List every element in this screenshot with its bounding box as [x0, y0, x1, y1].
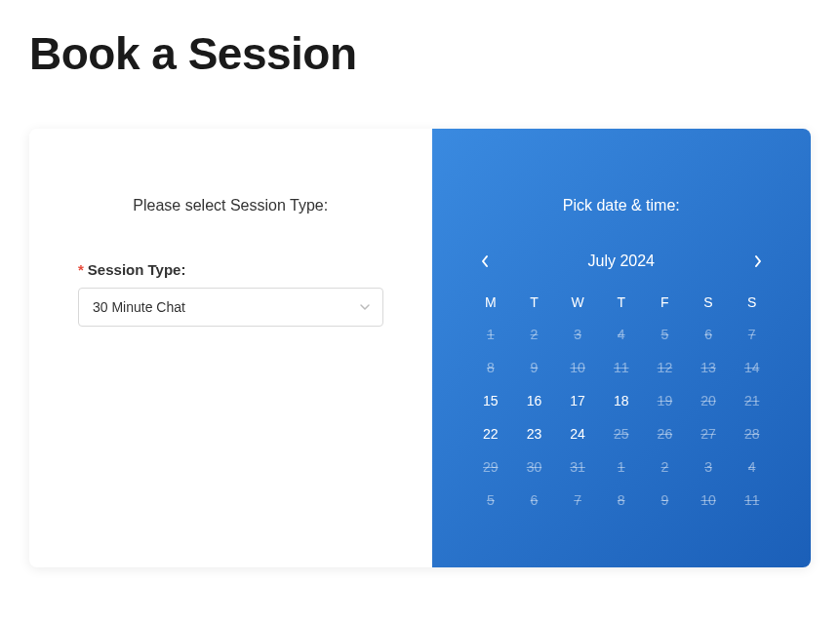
session-type-value: 30 Minute Chat — [93, 299, 185, 315]
calendar-day: 9 — [643, 486, 687, 515]
chevron-right-icon — [753, 254, 763, 268]
calendar-day: 10 — [687, 486, 731, 515]
session-type-label: *Session Type: — [78, 261, 383, 278]
calendar-dow: T — [599, 289, 643, 316]
calendar-day: 3 — [687, 452, 731, 482]
prev-month-button[interactable] — [473, 250, 497, 273]
calendar-day: 9 — [512, 353, 556, 382]
calendar-day: 6 — [512, 486, 556, 515]
calendar-day: 26 — [643, 419, 687, 448]
chevron-left-icon — [480, 254, 490, 268]
page-title: Book a Session — [0, 0, 840, 80]
calendar-dow: S — [687, 289, 731, 316]
calendar-day: 3 — [556, 320, 600, 349]
calendar-day: 8 — [469, 353, 513, 382]
session-type-label-text: Session Type: — [88, 261, 186, 278]
calendar-day: 28 — [730, 419, 774, 448]
calendar-dow: M — [469, 289, 513, 316]
required-marker: * — [78, 261, 84, 278]
calendar-day: 2 — [643, 452, 687, 482]
calendar-day[interactable]: 18 — [599, 386, 643, 415]
calendar-day: 7 — [730, 320, 774, 349]
calendar-day: 8 — [599, 486, 643, 515]
calendar-day: 12 — [643, 353, 687, 382]
next-month-button[interactable] — [746, 250, 770, 273]
calendar-day: 5 — [469, 486, 513, 515]
session-type-select[interactable]: 30 Minute Chat — [78, 288, 383, 327]
calendar-day: 27 — [687, 419, 731, 448]
booking-card: Please select Session Type: *Session Typ… — [29, 129, 811, 567]
calendar-day: 2 — [512, 320, 556, 349]
calendar-day[interactable]: 15 — [469, 386, 513, 415]
calendar-day[interactable]: 22 — [469, 419, 513, 448]
calendar-day: 29 — [469, 452, 513, 482]
calendar-day: 4 — [730, 452, 774, 482]
calendar-dow: S — [730, 289, 774, 316]
calendar-day: 14 — [730, 353, 774, 382]
calendar-day: 30 — [512, 452, 556, 482]
calendar-day: 5 — [643, 320, 687, 349]
calendar-day[interactable]: 16 — [512, 386, 556, 415]
calendar-day: 1 — [469, 320, 513, 349]
session-type-panel: Please select Session Type: *Session Typ… — [29, 129, 432, 567]
calendar-dow: F — [643, 289, 687, 316]
calendar-day[interactable]: 23 — [512, 419, 556, 448]
calendar-day: 13 — [687, 353, 731, 382]
calendar-day: 31 — [556, 452, 600, 482]
calendar-day: 7 — [556, 486, 600, 515]
calendar-day: 20 — [687, 386, 731, 415]
calendar-month-label: July 2024 — [588, 253, 656, 270]
calendar-day: 19 — [643, 386, 687, 415]
calendar-day: 1 — [599, 452, 643, 482]
session-type-field: *Session Type: 30 Minute Chat — [78, 261, 383, 327]
calendar-dow: W — [556, 289, 600, 316]
calendar-day: 6 — [687, 320, 731, 349]
calendar-grid: MTWTFSS123456789101112131415161718192021… — [469, 289, 775, 515]
calendar-day: 11 — [730, 486, 774, 515]
session-type-prompt: Please select Session Type: — [78, 197, 383, 214]
calendar-day: 4 — [599, 320, 643, 349]
calendar-day: 10 — [556, 353, 600, 382]
calendar-day: 21 — [730, 386, 774, 415]
calendar-day: 25 — [599, 419, 643, 448]
calendar-day[interactable]: 17 — [556, 386, 600, 415]
calendar-day: 11 — [599, 353, 643, 382]
calendar-header: July 2024 — [469, 250, 775, 273]
datetime-prompt: Pick date & time: — [469, 197, 775, 214]
calendar-dow: T — [512, 289, 556, 316]
calendar-day[interactable]: 24 — [556, 419, 600, 448]
chevron-down-icon — [359, 301, 371, 313]
datetime-panel: Pick date & time: July 2024 MTWTFSS12345… — [432, 129, 812, 567]
